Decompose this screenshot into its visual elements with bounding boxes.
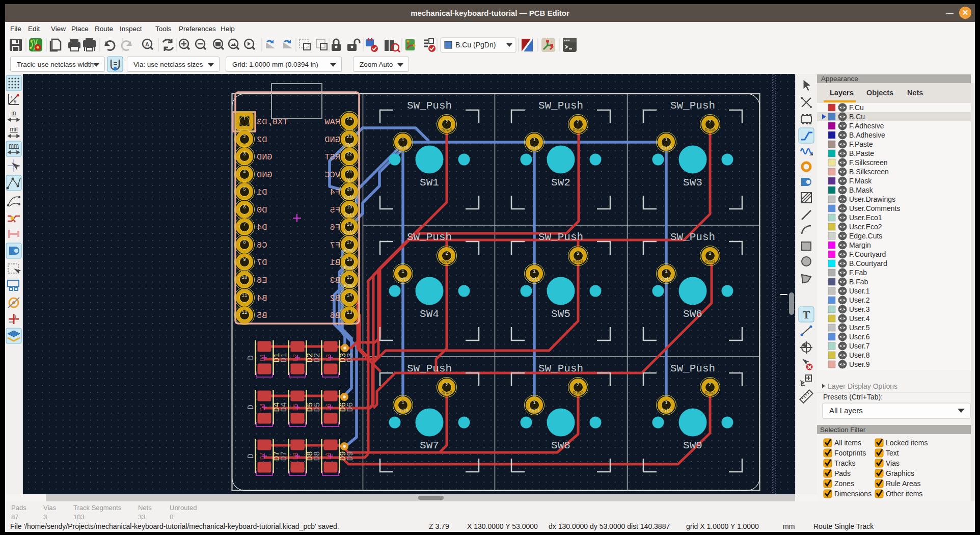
svg-text:18: 18: [347, 222, 352, 227]
svg-text:2: 2: [709, 251, 711, 256]
svg-text:D2: D2: [257, 135, 267, 145]
svg-text:B.Cu: B.Cu: [849, 113, 865, 121]
svg-text:SW_Push: SW_Push: [670, 363, 715, 374]
svg-text:B6: B6: [330, 311, 340, 320]
svg-text:F.Paste: F.Paste: [849, 140, 873, 148]
svg-text:D2: D2: [313, 353, 322, 362]
svg-text:5: 5: [243, 187, 246, 192]
svg-text:Col0: Col0: [397, 409, 409, 414]
svg-text:SW_Push: SW_Push: [407, 363, 452, 374]
svg-text:in: in: [11, 110, 16, 117]
svg-text:Graphics: Graphics: [886, 469, 914, 477]
svg-text:F.Fab: F.Fab: [849, 269, 867, 277]
svg-text:All items: All items: [834, 439, 861, 447]
svg-text:1: 1: [401, 138, 404, 143]
svg-text:2: 2: [577, 251, 579, 256]
svg-text:F.Cu: F.Cu: [849, 103, 864, 112]
svg-text:F4: F4: [330, 188, 340, 197]
svg-text:20: 20: [347, 187, 352, 192]
svg-text:RAW: RAW: [324, 117, 340, 127]
svg-text:E6: E6: [257, 276, 267, 285]
svg-text:F5: F5: [330, 205, 340, 215]
svg-text:User.1: User.1: [849, 287, 870, 295]
svg-text:F.Adhesive: F.Adhesive: [849, 122, 884, 130]
svg-text:Col0: Col0: [397, 146, 409, 151]
svg-text:Vias: Vias: [886, 459, 900, 467]
svg-text:D6: D6: [346, 402, 355, 412]
svg-text:mil: mil: [10, 126, 17, 133]
svg-text:B.Courtyard: B.Courtyard: [849, 259, 887, 268]
svg-text:D: D: [247, 355, 256, 360]
svg-text:Row0: Row0: [704, 128, 716, 133]
svg-text:24: 24: [347, 117, 352, 122]
svg-text:Row0: Row0: [573, 128, 584, 133]
svg-text:1: 1: [533, 269, 535, 274]
svg-text:Layers: Layers: [830, 89, 854, 97]
svg-text:User.7: User.7: [849, 342, 870, 350]
svg-text:Selection Filter: Selection Filter: [820, 426, 866, 434]
svg-text:23: 23: [347, 135, 352, 140]
svg-text:Col1: Col1: [529, 146, 540, 151]
svg-text:SW5: SW5: [551, 308, 570, 320]
svg-text:2: 2: [445, 251, 448, 256]
svg-text:Row2: Row2: [441, 391, 452, 396]
svg-text:D4: D4: [257, 223, 267, 232]
svg-text:2: 2: [577, 383, 579, 388]
svg-text:Nets: Nets: [907, 89, 923, 97]
svg-text:12: 12: [242, 310, 248, 315]
svg-text:VCC: VCC: [324, 170, 340, 180]
svg-text:2: 2: [709, 120, 711, 125]
svg-text:13: 13: [347, 310, 352, 315]
svg-text:User.Drawings: User.Drawings: [849, 195, 895, 203]
svg-text:Objects: Objects: [866, 89, 893, 97]
svg-text:F.Mask: F.Mask: [849, 177, 872, 185]
svg-text:User.Eco1: User.Eco1: [849, 213, 882, 222]
svg-text:Appearance: Appearance: [821, 75, 858, 83]
svg-text:Other items: Other items: [886, 490, 922, 498]
svg-text:1: 1: [401, 269, 404, 274]
svg-text:D9: D9: [346, 451, 355, 461]
svg-text:SW_Push: SW_Push: [407, 231, 452, 243]
svg-text:User.3: User.3: [849, 305, 870, 313]
svg-text:3: 3: [243, 152, 246, 157]
svg-text:22: 22: [347, 152, 352, 157]
svg-text:All Layers: All Layers: [829, 406, 863, 415]
svg-text:8: 8: [243, 240, 246, 245]
svg-text:Row2: Row2: [573, 391, 584, 396]
svg-text:User.8: User.8: [849, 351, 870, 359]
svg-text:Col2: Col2: [661, 146, 672, 151]
svg-text:4: 4: [243, 170, 246, 175]
svg-text:Margin: Margin: [849, 241, 871, 249]
svg-text:B.Fab: B.Fab: [849, 278, 868, 286]
svg-text:6: 6: [243, 205, 246, 210]
svg-text:Footprints: Footprints: [834, 449, 866, 457]
svg-text:SW2: SW2: [551, 177, 570, 189]
svg-text:F.Silkscreen: F.Silkscreen: [849, 158, 887, 167]
svg-text:SW_Push: SW_Push: [538, 363, 583, 374]
svg-text:SW_Push: SW_Push: [670, 100, 715, 112]
svg-text:GND: GND: [257, 152, 273, 162]
svg-text:User.6: User.6: [849, 333, 870, 341]
svg-text:User.5: User.5: [849, 324, 870, 332]
svg-text:15: 15: [347, 275, 352, 280]
svg-text:1: 1: [665, 269, 667, 274]
svg-text:16: 16: [347, 257, 352, 262]
svg-text:7: 7: [243, 222, 246, 227]
svg-text:Zones: Zones: [834, 479, 854, 488]
svg-text:User.2: User.2: [849, 296, 870, 304]
svg-text:1: 1: [401, 400, 404, 406]
svg-text:Rule Areas: Rule Areas: [886, 479, 920, 488]
svg-text:GND: GND: [257, 170, 273, 180]
svg-text:B.Paste: B.Paste: [849, 149, 874, 157]
svg-text:B.Mask: B.Mask: [849, 186, 874, 194]
svg-text:B.Cu (PgDn): B.Cu (PgDn): [455, 41, 496, 49]
svg-text:9: 9: [243, 257, 246, 262]
svg-text:F7: F7: [330, 240, 340, 250]
svg-text:SW7: SW7: [420, 440, 439, 451]
svg-text:B.Adhesive: B.Adhesive: [849, 131, 885, 139]
svg-text:17: 17: [347, 240, 352, 245]
svg-text:1: 1: [533, 138, 535, 143]
svg-text:Row2: Row2: [704, 391, 716, 396]
svg-text:SW_Push: SW_Push: [538, 100, 583, 112]
svg-text:SW_Push: SW_Push: [670, 231, 715, 243]
